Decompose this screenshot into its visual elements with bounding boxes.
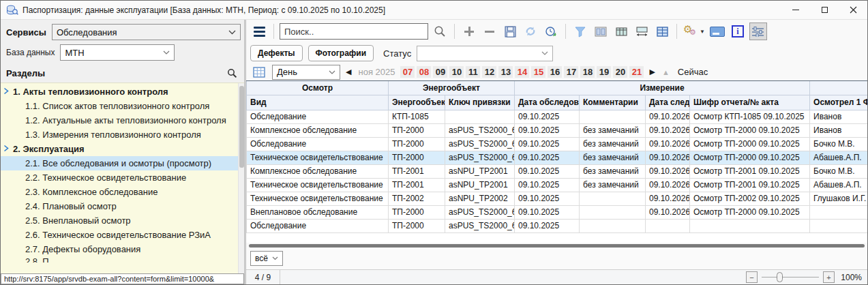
table-column-header[interactable]: Энергообъект: [389, 95, 445, 110]
date-cell[interactable]: 15: [531, 66, 545, 78]
refresh-button[interactable]: [522, 22, 539, 40]
period-mode-select[interactable]: День: [272, 65, 340, 80]
chevron-down-icon: [163, 50, 170, 55]
zoom-slider[interactable]: [762, 271, 819, 283]
save-button[interactable]: [501, 22, 519, 40]
table-row[interactable]: ОбследованиеТП-2000asPUS_TS2000_609.10.2…: [247, 219, 868, 232]
chevron-right-icon[interactable]: [3, 87, 9, 97]
maximize-button[interactable]: [810, 1, 839, 19]
prev-period-button[interactable]: ◀: [344, 68, 353, 76]
search-button[interactable]: [431, 22, 449, 40]
tree-item[interactable]: 2.6. Техническое освидетельствование РЗи…: [1, 228, 238, 242]
table-cell: [580, 205, 646, 219]
up-period-button[interactable]: ▲: [661, 68, 671, 76]
table-row[interactable]: Техническое освидетельствованиеТП-2000as…: [247, 151, 868, 164]
table-column-header[interactable]: Шифр отчета/№ акта: [690, 95, 810, 110]
date-cell[interactable]: 16: [548, 66, 562, 78]
tree-section[interactable]: 2. Эксплуатация: [1, 142, 238, 156]
table-group-header: [810, 81, 867, 95]
minimize-button[interactable]: [781, 1, 810, 19]
date-cell[interactable]: 09: [433, 66, 447, 78]
menu-button[interactable]: [250, 22, 268, 40]
date-cell[interactable]: 07: [400, 66, 415, 78]
photos-button[interactable]: Фотографии: [308, 45, 374, 61]
refresh-icon: [524, 25, 537, 38]
table-row[interactable]: ОбследованиеКТП-108509.10.202509.10.2026…: [247, 110, 868, 123]
tree-item[interactable]: 1.2. Актуальные акты тепловизионного кон…: [1, 113, 238, 127]
info-icon: i: [732, 25, 744, 38]
app-body: Сервисы Обследования База данных МТН Раз…: [1, 20, 867, 284]
date-cell[interactable]: 10: [449, 66, 464, 78]
fit-width-button[interactable]: [633, 22, 650, 40]
table-column-header[interactable]: Комментарии: [580, 95, 646, 110]
view-settings-button[interactable]: [749, 22, 767, 40]
status-select[interactable]: [417, 46, 553, 61]
chevron-right-icon[interactable]: [3, 144, 9, 154]
calendar-button[interactable]: [250, 65, 268, 80]
tree-item[interactable]: 2.1. Все обследования и осмотры (просмот…: [1, 156, 238, 170]
date-cell[interactable]: 21: [629, 66, 644, 78]
info-button[interactable]: i: [729, 22, 747, 40]
database-select[interactable]: МТН: [60, 44, 175, 61]
table-column-header[interactable]: Ключ привязки: [445, 95, 515, 110]
date-cell[interactable]: 19: [597, 66, 611, 78]
table-row[interactable]: Техническое освидетельствованиеТП-2002as…: [247, 192, 868, 205]
tree-item[interactable]: 1.1. Список актов тепловизионного контро…: [1, 99, 238, 113]
page-size-select[interactable]: всё: [250, 251, 283, 266]
next-period-button[interactable]: ▶: [648, 68, 656, 76]
date-cell[interactable]: 08: [417, 66, 431, 78]
panel-button[interactable]: [708, 22, 726, 40]
tree-item[interactable]: 2.3. Комплексное обследование: [1, 185, 238, 199]
tree-scrollbar-thumb[interactable]: [239, 86, 244, 168]
now-button[interactable]: Сейчас: [678, 67, 708, 77]
zoom-out-button[interactable]: −: [746, 271, 758, 283]
add-button[interactable]: [460, 22, 478, 40]
view-settings-icon: [751, 26, 764, 37]
zoom-in-button[interactable]: +: [823, 271, 835, 283]
table-cell: asNPU_TP2001: [445, 164, 515, 178]
date-cell[interactable]: 11: [466, 66, 480, 78]
services-select[interactable]: Обследования: [52, 24, 241, 40]
table-column-header[interactable]: Дата след. п: [646, 95, 690, 110]
date-cell[interactable]: 12: [482, 66, 496, 78]
tree-item[interactable]: 2.4. Плановый осмотр: [1, 199, 238, 213]
search-input[interactable]: [280, 23, 428, 40]
grid-button[interactable]: [653, 22, 671, 40]
date-cell[interactable]: 17: [564, 66, 578, 78]
defects-button[interactable]: Дефекты: [250, 45, 303, 61]
zoom-slider-thumb[interactable]: [777, 272, 783, 282]
table-row[interactable]: Внеплановое обследованиеТП-2000asPUS_TS2…: [247, 205, 868, 219]
settings-gears-button[interactable]: ⚙⚙ ▼: [683, 22, 706, 40]
tree-item[interactable]: 2.8. П: [1, 256, 238, 262]
tree-item[interactable]: 2.7. Дефекты оборудования: [1, 242, 238, 256]
table-row[interactable]: Комплексное обследованиеТП-2001asNPU_TP2…: [247, 164, 868, 178]
tree-search-button[interactable]: [226, 67, 239, 80]
sections-header: Разделы: [1, 63, 244, 82]
tree-item[interactable]: 1.3. Измерения тепловизионного контроля: [1, 127, 238, 142]
table-row[interactable]: Техническое освидетельствованиеТП-2001as…: [247, 178, 868, 192]
table-column-header[interactable]: Дата обследова: [515, 95, 580, 110]
close-button[interactable]: [839, 1, 867, 19]
tree-scrollbar[interactable]: [238, 83, 244, 273]
tree-item[interactable]: 2.5. Внеплановый осмотр: [1, 213, 238, 228]
filter-button[interactable]: [571, 22, 589, 40]
columns-button[interactable]: [592, 22, 610, 40]
menu-icon: [254, 27, 265, 37]
date-cell[interactable]: 18: [580, 66, 595, 78]
table-cell: 09.10.2025: [515, 205, 580, 219]
date-cell[interactable]: 20: [613, 66, 627, 78]
refresh-schedule-button[interactable]: [542, 22, 560, 40]
table-row[interactable]: ОбследованиеТП-2000asPUS_TS2000_609.10.2…: [247, 137, 868, 151]
date-cell[interactable]: 13: [498, 66, 513, 78]
remove-button[interactable]: [481, 22, 498, 40]
tree-item[interactable]: 2.2. Техническое освидетельствование: [1, 170, 238, 185]
tree-section[interactable]: 1. Акты тепловизионного контроля: [1, 85, 238, 99]
date-cell[interactable]: 14: [515, 66, 529, 78]
table-borders-button[interactable]: [612, 22, 630, 40]
tree-item-label: 2.3. Комплексное обследование: [25, 187, 158, 197]
table-column-header[interactable]: Вид: [247, 95, 389, 110]
table-cell: Осмотр ТП-2002 09.10.2025: [690, 192, 810, 205]
table-row[interactable]: Комплексное обследованиеТП-2000asPUS_TS2…: [247, 123, 868, 137]
table-column-header[interactable]: Осмотрел 1 ФИО: [810, 95, 867, 110]
gears-icon: ⚙⚙: [683, 25, 698, 38]
